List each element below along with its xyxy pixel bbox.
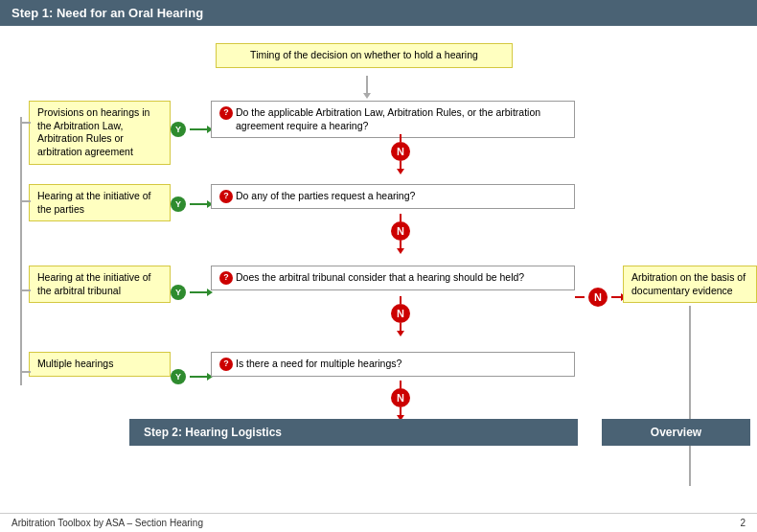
row4-yellow-label: Multiple hearings: [29, 352, 171, 377]
left-connector-line: [20, 117, 22, 385]
row1-q-icon: ?: [219, 106, 233, 120]
step2-bar[interactable]: Step 2: Hearing Logistics: [129, 419, 578, 446]
h-connector-row3: [20, 289, 31, 291]
row2-n-badge: N: [391, 221, 410, 241]
row1-question: Do the applicable Arbitration Law, Arbit…: [236, 106, 566, 132]
row2-n-arrow: N: [391, 214, 410, 254]
overview-bar[interactable]: Overview: [602, 419, 750, 446]
row3-n-right-arrow: N: [575, 288, 627, 307]
overview-label: Overview: [651, 426, 701, 439]
h-connector-row4: [20, 371, 31, 373]
row1-y-badge: Y: [171, 122, 186, 137]
footer-right: 2: [740, 518, 746, 528]
row3-q-icon: ?: [219, 271, 233, 285]
main-content: Timing of the decision on whether to hol…: [0, 26, 757, 513]
row3-n-badge: N: [588, 288, 608, 307]
row4-n-arrow: N: [391, 381, 410, 421]
row4-question: Is there a need for multiple hearings?: [236, 358, 401, 371]
h-connector-row1: [20, 122, 31, 124]
arrow-timing-down: [363, 76, 371, 99]
h-connector-row2: [20, 200, 31, 202]
row3-y-arrow: Y: [171, 285, 213, 300]
right-vertical-line: [689, 306, 691, 486]
timing-label: Timing of the decision on whether to hol…: [216, 43, 513, 68]
header-bar: Step 1: Need for an Oral Hearing: [0, 0, 757, 26]
row1-question-box: ? Do the applicable Arbitration Law, Arb…: [211, 101, 575, 138]
row2-yellow-label: Hearing at the initiative of the parties: [29, 184, 171, 221]
step2-label: Step 2: Hearing Logistics: [144, 426, 282, 439]
row3-yellow-label: Hearing at the initiative of the arbitra…: [29, 266, 171, 303]
row3-n-down-arrow: N: [391, 296, 410, 336]
row4-question-box: ? Is there a need for multiple hearings?: [211, 352, 575, 377]
row4-q-icon: ?: [219, 358, 233, 371]
row1-n-arrow: N: [391, 134, 410, 174]
row3-y-badge: Y: [171, 285, 186, 300]
row4-y-badge: Y: [171, 369, 186, 384]
footer-left: Arbitration Toolbox by ASA – Section Hea…: [11, 518, 203, 528]
timing-box: Timing of the decision on whether to hol…: [216, 43, 513, 68]
row4-yellow: Multiple hearings: [29, 352, 171, 377]
row3-question: Does the arbitral tribunal consider that…: [236, 271, 524, 285]
footer: Arbitration Toolbox by ASA – Section Hea…: [0, 513, 757, 532]
row2-yellow: Hearing at the initiative of the parties: [29, 184, 171, 221]
row3-n-down-badge: N: [391, 304, 410, 323]
row3-right-box: Arbitration on the basis of documentary …: [623, 266, 757, 303]
row1-y-arrow: Y: [171, 122, 213, 137]
row3-yellow: Hearing at the initiative of the arbitra…: [29, 266, 171, 303]
row2-question-box: ? Do any of the parties request a hearin…: [211, 184, 575, 209]
row2-q-icon: ?: [219, 190, 233, 203]
row1-n-badge: N: [391, 142, 410, 161]
header-title: Step 1: Need for an Oral Hearing: [11, 6, 203, 20]
row3-question-box: ? Does the arbitral tribunal consider th…: [211, 266, 575, 290]
row4-y-arrow: Y: [171, 369, 213, 384]
page-wrapper: Step 1: Need for an Oral Hearing Timing …: [0, 0, 757, 532]
row2-question: Do any of the parties request a hearing?: [236, 190, 415, 203]
row3-right-label: Arbitration on the basis of documentary …: [623, 266, 757, 303]
row4-n-badge: N: [391, 388, 410, 407]
row1-yellow-label: Provisions on hearings in the Arbitratio…: [29, 101, 171, 165]
row2-y-arrow: Y: [171, 197, 213, 212]
flowchart: Timing of the decision on whether to hol…: [14, 35, 743, 476]
row1-yellow: Provisions on hearings in the Arbitratio…: [29, 101, 171, 165]
row2-y-badge: Y: [171, 197, 186, 212]
